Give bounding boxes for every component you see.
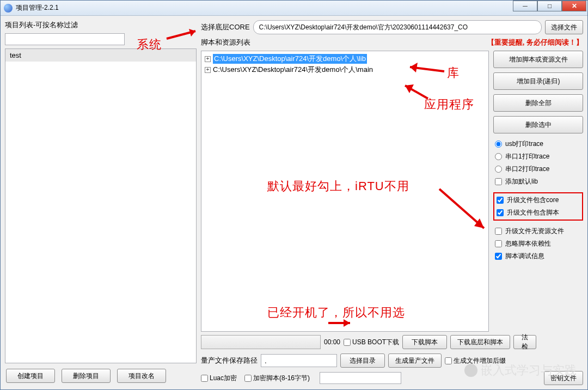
project-filter-label: 项目列表-可按名称过滤 — [5, 20, 197, 30]
trace-usb-radio[interactable]: usb打印trace — [495, 139, 581, 149]
add-file-button[interactable]: 增加脚本或资源文件 — [493, 51, 583, 68]
rename-project-button[interactable]: 项目改名 — [117, 369, 166, 383]
elapsed-time: 00:00 — [324, 338, 340, 346]
check-button[interactable]: 法检 — [513, 335, 536, 349]
wechat-icon — [464, 364, 477, 377]
delete-selected-button[interactable]: 删除选中 — [493, 116, 583, 133]
mass-path-input[interactable] — [261, 354, 337, 367]
project-list[interactable]: test — [5, 48, 197, 363]
project-item[interactable]: test — [5, 49, 196, 62]
script-tree[interactable]: + C:\Users\XYZ\Desktop\air724\开发demo\个人\… — [201, 51, 489, 332]
minimize-button[interactable]: ─ — [513, 1, 537, 11]
debug-info-checkbox[interactable]: 脚本调试信息 — [495, 252, 581, 261]
luac-encrypt-checkbox[interactable]: Luac加密 — [201, 374, 237, 383]
core-path-input[interactable] — [253, 20, 542, 34]
select-core-button[interactable]: 选择文件 — [545, 20, 583, 34]
progress-bar — [201, 335, 321, 349]
delete-project-button[interactable]: 删除项目 — [62, 369, 111, 383]
close-button[interactable]: ✕ — [562, 1, 586, 11]
trace-com2-radio[interactable]: 串口2打印trace — [495, 164, 581, 174]
trace-com1-radio[interactable]: 串口1打印trace — [495, 152, 581, 161]
important-notice-link[interactable]: 【重要提醒, 务必仔细阅读！】 — [487, 38, 583, 47]
select-dir-button[interactable]: 选择目录 — [340, 354, 385, 368]
gen-mass-button[interactable]: 生成量产文件 — [388, 354, 442, 368]
usb-boot-checkbox[interactable]: USB BOOT下载 — [344, 338, 399, 347]
tree-item[interactable]: + C:\Users\XYZ\Desktop\air724\开发demo\个人\… — [204, 53, 486, 64]
tree-item[interactable]: + C:\Users\XYZ\Desktop\air724\开发demo\个人\… — [204, 64, 486, 75]
script-list-label: 脚本和资源列表 — [201, 38, 250, 47]
window-title: 项目管理-2.2.1 — [16, 3, 59, 13]
add-dir-button[interactable]: 增加目录(递归) — [493, 72, 583, 90]
download-script-button[interactable]: 下载脚本 — [402, 335, 447, 349]
create-project-button[interactable]: 创建项目 — [6, 369, 55, 383]
maximize-button[interactable]: □ — [537, 1, 562, 11]
delete-all-button[interactable]: 删除全部 — [493, 94, 583, 112]
project-filter-input[interactable] — [5, 33, 125, 45]
titlebar: 项目管理-2.2.1 ─ □ ✕ — [1, 1, 587, 16]
upgrade-options-box: 升级文件包含core 升级文件包含脚本 — [493, 192, 583, 221]
mass-path-label: 量产文件保存路径 — [201, 356, 258, 365]
expand-icon[interactable]: + — [205, 56, 211, 62]
app-icon — [4, 4, 13, 13]
include-script-checkbox[interactable]: 升级文件包含脚本 — [497, 208, 580, 217]
core-label: 选择底层CORE — [201, 22, 250, 32]
download-core-script-button[interactable]: 下载底层和脚本 — [450, 335, 510, 349]
encrypt-key-input[interactable] — [320, 372, 401, 384]
encrypt-script-checkbox[interactable]: 加密脚本(8-16字节) — [244, 374, 310, 383]
add-default-lib-checkbox[interactable]: 添加默认lib — [495, 177, 581, 186]
watermark: 嵌入式学习与实践 — [464, 362, 577, 379]
include-core-checkbox[interactable]: 升级文件包含core — [497, 196, 580, 205]
expand-icon[interactable]: + — [205, 67, 211, 73]
ignore-dep-checkbox[interactable]: 忽略脚本依赖性 — [495, 239, 581, 248]
no-resource-checkbox[interactable]: 升级文件无资源文件 — [495, 227, 581, 236]
